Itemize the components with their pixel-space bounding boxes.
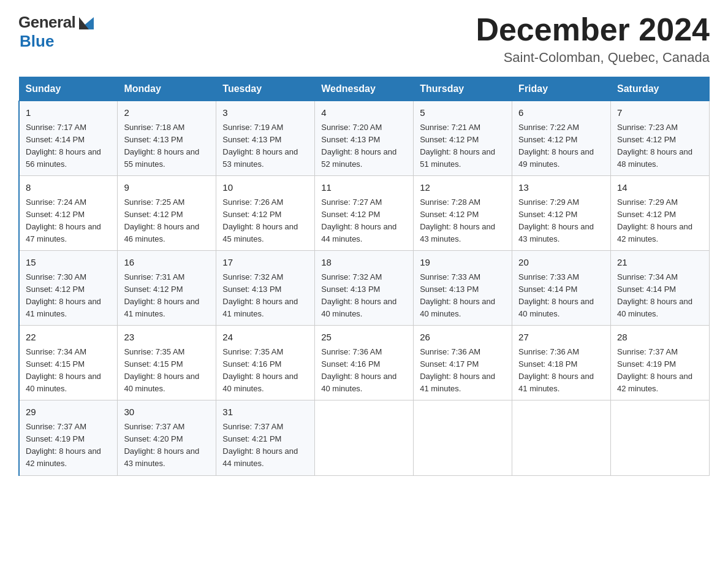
- calendar-week-row: 8Sunrise: 7:24 AMSunset: 4:12 PMDaylight…: [19, 176, 710, 251]
- calendar-week-row: 22Sunrise: 7:34 AMSunset: 4:15 PMDayligh…: [19, 326, 710, 400]
- day-number: 17: [222, 256, 308, 270]
- day-info: Sunrise: 7:30 AMSunset: 4:12 PMDaylight:…: [26, 271, 111, 321]
- day-info: Sunrise: 7:29 AMSunset: 4:12 PMDaylight:…: [518, 196, 604, 246]
- calendar-cell: 20Sunrise: 7:33 AMSunset: 4:14 PMDayligh…: [512, 251, 611, 326]
- day-number: 31: [222, 405, 308, 419]
- calendar-cell: 12Sunrise: 7:28 AMSunset: 4:12 PMDayligh…: [414, 176, 512, 251]
- calendar-table: SundayMondayTuesdayWednesdayThursdayFrid…: [18, 77, 710, 475]
- day-info: Sunrise: 7:31 AMSunset: 4:12 PMDaylight:…: [124, 271, 210, 321]
- day-info: Sunrise: 7:27 AMSunset: 4:12 PMDaylight:…: [321, 196, 407, 246]
- column-header-saturday: Saturday: [611, 77, 710, 101]
- day-number: 7: [617, 106, 703, 120]
- calendar-cell: [414, 400, 512, 475]
- day-info: Sunrise: 7:32 AMSunset: 4:13 PMDaylight:…: [222, 271, 308, 321]
- calendar-cell: 9Sunrise: 7:25 AMSunset: 4:12 PMDaylight…: [118, 176, 216, 251]
- calendar-cell: 28Sunrise: 7:37 AMSunset: 4:19 PMDayligh…: [611, 326, 710, 400]
- day-info: Sunrise: 7:37 AMSunset: 4:19 PMDaylight:…: [617, 346, 703, 396]
- calendar-week-row: 15Sunrise: 7:30 AMSunset: 4:12 PMDayligh…: [19, 251, 710, 326]
- calendar-week-row: 29Sunrise: 7:37 AMSunset: 4:19 PMDayligh…: [19, 400, 710, 475]
- calendar-cell: 5Sunrise: 7:21 AMSunset: 4:12 PMDaylight…: [414, 101, 512, 176]
- logo: General Blue: [18, 12, 97, 51]
- calendar-header-row: SundayMondayTuesdayWednesdayThursdayFrid…: [19, 77, 710, 101]
- day-number: 2: [124, 106, 210, 120]
- day-number: 14: [617, 181, 703, 195]
- calendar-cell: 26Sunrise: 7:36 AMSunset: 4:17 PMDayligh…: [414, 326, 512, 400]
- day-number: 28: [617, 331, 703, 345]
- day-info: Sunrise: 7:36 AMSunset: 4:16 PMDaylight:…: [321, 346, 407, 396]
- day-number: 20: [518, 256, 604, 270]
- calendar-title-area: December 2024 Saint-Colomban, Quebec, Ca…: [476, 12, 710, 66]
- calendar-cell: 1Sunrise: 7:17 AMSunset: 4:14 PMDaylight…: [19, 101, 118, 176]
- calendar-cell: 14Sunrise: 7:29 AMSunset: 4:12 PMDayligh…: [611, 176, 710, 251]
- day-info: Sunrise: 7:36 AMSunset: 4:17 PMDaylight:…: [420, 346, 506, 396]
- calendar-cell: 18Sunrise: 7:32 AMSunset: 4:13 PMDayligh…: [315, 251, 414, 326]
- day-info: Sunrise: 7:29 AMSunset: 4:12 PMDaylight:…: [617, 196, 703, 246]
- calendar-cell: 30Sunrise: 7:37 AMSunset: 4:20 PMDayligh…: [118, 400, 216, 475]
- page-header: General Blue December 2024 Saint-Colomba…: [18, 12, 710, 66]
- day-number: 24: [222, 331, 308, 345]
- day-number: 1: [26, 106, 111, 120]
- day-number: 9: [124, 181, 210, 195]
- calendar-cell: 6Sunrise: 7:22 AMSunset: 4:12 PMDaylight…: [512, 101, 611, 176]
- day-number: 10: [222, 181, 308, 195]
- calendar-cell: 8Sunrise: 7:24 AMSunset: 4:12 PMDaylight…: [19, 176, 118, 251]
- day-info: Sunrise: 7:37 AMSunset: 4:19 PMDaylight:…: [26, 421, 111, 470]
- day-info: Sunrise: 7:25 AMSunset: 4:12 PMDaylight:…: [124, 196, 210, 246]
- calendar-cell: 4Sunrise: 7:20 AMSunset: 4:13 PMDaylight…: [315, 101, 414, 176]
- day-number: 30: [124, 405, 210, 419]
- day-number: 23: [124, 331, 210, 345]
- day-number: 29: [26, 405, 111, 419]
- calendar-cell: 13Sunrise: 7:29 AMSunset: 4:12 PMDayligh…: [512, 176, 611, 251]
- column-header-thursday: Thursday: [414, 77, 512, 101]
- calendar-cell: 7Sunrise: 7:23 AMSunset: 4:12 PMDaylight…: [611, 101, 710, 176]
- day-number: 3: [222, 106, 308, 120]
- column-header-wednesday: Wednesday: [315, 77, 414, 101]
- day-info: Sunrise: 7:37 AMSunset: 4:21 PMDaylight:…: [222, 421, 308, 470]
- day-info: Sunrise: 7:21 AMSunset: 4:12 PMDaylight:…: [420, 121, 506, 171]
- column-header-friday: Friday: [512, 77, 611, 101]
- month-year-title: December 2024: [476, 12, 710, 47]
- calendar-cell: 29Sunrise: 7:37 AMSunset: 4:19 PMDayligh…: [19, 400, 118, 475]
- day-info: Sunrise: 7:22 AMSunset: 4:12 PMDaylight:…: [518, 121, 604, 171]
- logo-general-text: General: [18, 13, 75, 32]
- day-number: 15: [26, 256, 111, 270]
- calendar-cell: 16Sunrise: 7:31 AMSunset: 4:12 PMDayligh…: [118, 251, 216, 326]
- day-number: 25: [321, 331, 407, 345]
- day-info: Sunrise: 7:36 AMSunset: 4:18 PMDaylight:…: [518, 346, 604, 396]
- calendar-cell: [512, 400, 611, 475]
- day-info: Sunrise: 7:24 AMSunset: 4:12 PMDaylight:…: [26, 196, 111, 246]
- calendar-cell: [315, 400, 414, 475]
- day-number: 16: [124, 256, 210, 270]
- day-number: 11: [321, 181, 407, 195]
- column-header-tuesday: Tuesday: [216, 77, 315, 101]
- day-info: Sunrise: 7:35 AMSunset: 4:16 PMDaylight:…: [222, 346, 308, 396]
- calendar-cell: 11Sunrise: 7:27 AMSunset: 4:12 PMDayligh…: [315, 176, 414, 251]
- day-info: Sunrise: 7:26 AMSunset: 4:12 PMDaylight:…: [222, 196, 308, 246]
- calendar-cell: 17Sunrise: 7:32 AMSunset: 4:13 PMDayligh…: [216, 251, 315, 326]
- day-info: Sunrise: 7:23 AMSunset: 4:12 PMDaylight:…: [617, 121, 703, 171]
- day-number: 13: [518, 181, 604, 195]
- day-number: 4: [321, 106, 407, 120]
- day-info: Sunrise: 7:17 AMSunset: 4:14 PMDaylight:…: [26, 121, 111, 171]
- day-number: 27: [518, 331, 604, 345]
- day-info: Sunrise: 7:33 AMSunset: 4:13 PMDaylight:…: [420, 271, 506, 321]
- calendar-cell: 2Sunrise: 7:18 AMSunset: 4:13 PMDaylight…: [118, 101, 216, 176]
- day-number: 21: [617, 256, 703, 270]
- day-info: Sunrise: 7:34 AMSunset: 4:15 PMDaylight:…: [26, 346, 111, 396]
- calendar-cell: 27Sunrise: 7:36 AMSunset: 4:18 PMDayligh…: [512, 326, 611, 400]
- calendar-cell: 15Sunrise: 7:30 AMSunset: 4:12 PMDayligh…: [19, 251, 118, 326]
- day-info: Sunrise: 7:32 AMSunset: 4:13 PMDaylight:…: [321, 271, 407, 321]
- day-number: 19: [420, 256, 506, 270]
- calendar-cell: 24Sunrise: 7:35 AMSunset: 4:16 PMDayligh…: [216, 326, 315, 400]
- day-info: Sunrise: 7:19 AMSunset: 4:13 PMDaylight:…: [222, 121, 308, 171]
- day-number: 18: [321, 256, 407, 270]
- day-info: Sunrise: 7:33 AMSunset: 4:14 PMDaylight:…: [518, 271, 604, 321]
- logo-triangle-icon: [77, 12, 96, 32]
- day-info: Sunrise: 7:37 AMSunset: 4:20 PMDaylight:…: [124, 421, 210, 470]
- day-info: Sunrise: 7:20 AMSunset: 4:13 PMDaylight:…: [321, 121, 407, 171]
- calendar-cell: 19Sunrise: 7:33 AMSunset: 4:13 PMDayligh…: [414, 251, 512, 326]
- calendar-cell: 22Sunrise: 7:34 AMSunset: 4:15 PMDayligh…: [19, 326, 118, 400]
- calendar-week-row: 1Sunrise: 7:17 AMSunset: 4:14 PMDaylight…: [19, 101, 710, 176]
- day-number: 5: [420, 106, 506, 120]
- logo-blue-text: Blue: [20, 32, 54, 51]
